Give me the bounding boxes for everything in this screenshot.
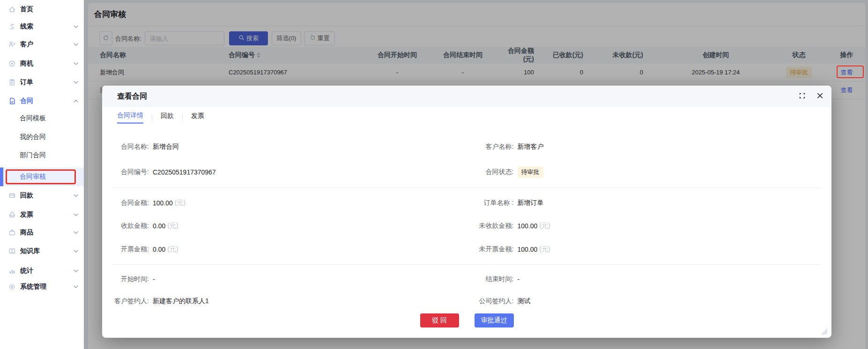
field-row: 开票金额:0.00(元) 未开票金额:100.00(元) [102,241,831,258]
settings-icon [8,283,16,291]
currency-unit: (元) [539,222,550,230]
field-value: - [153,276,155,283]
field-label: 合同状态: [467,168,514,176]
sidebar: 首页 线索 客户 商机 订单 合同 合同模板 我的合同 部门合同 合同审核 回款 [0,0,84,349]
opportunities-icon [8,60,16,67]
sidebar-item-products[interactable]: 商品 [0,223,84,242]
field-label: 合同金额: [102,199,149,207]
currency-unit: (元) [539,245,550,254]
sidebar-item-label: 商机 [20,59,33,68]
modal-footer: 驳 回 审批通过 [102,313,831,327]
sidebar-subitem-label: 合同审核 [20,173,46,181]
currency-unit: (元) [167,222,178,230]
tab-payments[interactable]: 回款 [161,112,174,123]
field-label: 结束时间: [467,275,514,284]
field-row: 开始时间:- 结束时间:- [102,271,831,288]
field-value: - [518,276,520,283]
field-value: 测试 [518,297,531,304]
field-row: 合同编号:C2025051917370967 合同状态:待审批 [102,164,831,181]
sidebar-item-leads[interactable]: 线索 [0,17,84,36]
sidebar-item-contract-review[interactable]: 合同审核 [0,167,84,186]
sidebar-item-label: 首页 [20,5,33,14]
chevron-up-icon [74,100,78,102]
reject-button[interactable]: 驳 回 [420,313,459,327]
field-label: 开票金额: [102,245,149,254]
chevron-down-icon [74,194,78,197]
field-label: 收款金额: [102,222,149,230]
sidebar-item-label: 知识库 [20,247,40,255]
modal-header: 查看合同 [102,86,831,107]
sidebar-item-contracts[interactable]: 合同 [0,92,84,110]
resize-handle[interactable] [821,328,828,335]
sidebar-item-label: 系统管理 [20,283,46,291]
field-label: 合同名称: [102,143,149,151]
leads-icon [8,23,16,30]
chevron-down-icon [74,231,78,234]
sidebar-item-orders[interactable]: 订单 [0,73,84,92]
sidebar-item-invoices[interactable]: 发票 [0,205,84,224]
chevron-down-icon [74,213,78,216]
field-row: 客户签约人:新建客户的联系人1 公司签约人:测试 [102,293,831,304]
orders-icon [8,79,16,86]
products-icon [8,229,16,236]
field-value: C2025051917370967 [153,168,216,176]
sidebar-item-label: 客户 [20,40,33,49]
sidebar-item-system-settings[interactable]: 系统管理 [0,277,84,296]
sidebar-item-home[interactable]: 首页 [0,0,84,19]
fullscreen-button[interactable] [798,93,806,101]
invoices-icon [8,211,16,218]
divider [112,188,821,188]
chevron-down-icon [74,43,78,46]
field-row: 合同名称:新增合同 客户名称:新增客户 [102,138,831,155]
sidebar-item-knowledge-base[interactable]: 知识库 [0,242,84,261]
sidebar-item-label: 回款 [20,191,33,200]
field-label: 客户名称: [467,143,514,151]
chevron-down-icon [74,81,78,84]
modal-title: 查看合同 [117,92,147,102]
field-value: 新增客户 [518,143,544,151]
close-button[interactable] [816,93,824,101]
field-value: 100.00 [518,222,538,230]
contract-status-badge: 待审批 [518,167,543,178]
field-value: 100.00 [518,246,538,253]
field-value: 0.00 [153,246,165,253]
chevron-down-icon [74,250,78,253]
field-value: 100.00 [153,199,173,207]
approve-button[interactable]: 审批通过 [475,313,514,327]
sidebar-item-payments[interactable]: 回款 [0,186,84,205]
tab-invoices[interactable]: 发票 [191,112,204,123]
field-label: 订单名称 : [467,199,514,207]
sidebar-item-department-contracts[interactable]: 部门合同 [0,146,84,164]
field-value: 新增合同 [153,143,179,151]
field-label: 未收款金额: [467,222,514,230]
field-label: 合同编号: [102,168,149,176]
sidebar-subitem-label: 我的合同 [20,133,46,141]
currency-unit: (元) [167,245,178,254]
home-icon [8,6,16,13]
chevron-down-icon [74,25,78,28]
statistics-icon [8,267,16,275]
modal-tabs: 合同详情 回款 发票 [117,112,204,123]
customers-icon [8,41,16,48]
sidebar-item-contract-templates[interactable]: 合同模板 [0,109,84,127]
sidebar-item-label: 线索 [20,22,33,31]
knowledge-icon [8,247,16,255]
sidebar-item-label: 统计 [20,267,33,275]
sidebar-subitem-label: 部门合同 [20,151,46,160]
view-contract-modal: 查看合同 合同详情 回款 发票 合同名称:新增合同 客户名称:新增客户 合同编号… [102,86,831,338]
field-label: 客户签约人: [102,297,149,304]
sidebar-item-my-contracts[interactable]: 我的合同 [0,128,84,146]
tab-contract-details[interactable]: 合同详情 [117,111,143,124]
sidebar-item-label: 合同 [20,97,33,105]
field-row: 收款金额:0.00(元) 未收款金额:100.00(元) [102,218,831,234]
field-label: 未开票金额: [467,245,514,254]
field-row: 合同金额:100.00(元) 订单名称 :新增订单 [102,195,831,211]
contracts-icon [8,97,16,105]
sidebar-item-opportunities[interactable]: 商机 [0,54,84,73]
close-icon [816,92,823,101]
chevron-down-icon [74,62,78,65]
sidebar-item-customers[interactable]: 客户 [0,35,84,54]
divider [112,264,821,265]
chevron-down-icon [74,269,78,272]
sidebar-item-label: 订单 [20,78,33,87]
